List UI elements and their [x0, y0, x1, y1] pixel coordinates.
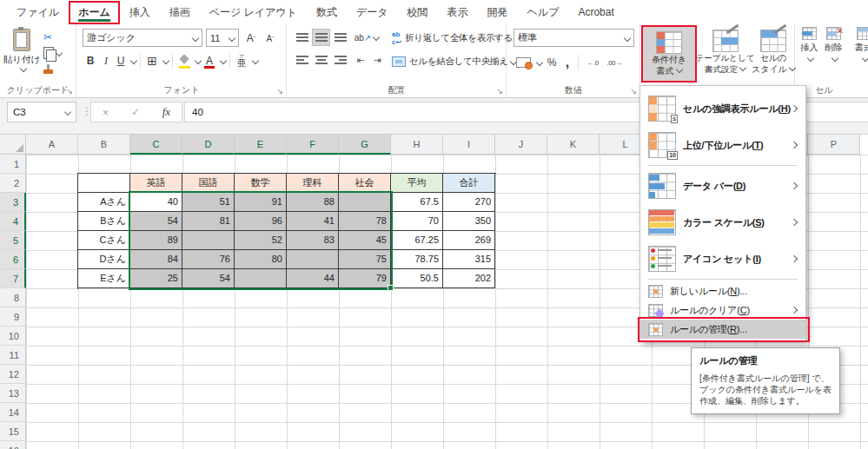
- cell-name-Bさん[interactable]: Bさん: [78, 212, 130, 231]
- cell-E4[interactable]: 96: [235, 212, 287, 231]
- column-header-C[interactable]: C: [130, 135, 182, 155]
- cell-G7[interactable]: 79: [339, 269, 391, 288]
- cell-D5[interactable]: [182, 231, 235, 250]
- row-header-7[interactable]: 7: [0, 269, 26, 288]
- menu-item-ルールのクリア[interactable]: ルールのクリア(C): [640, 300, 805, 320]
- paste-button[interactable]: 貼り付け: [3, 27, 41, 81]
- grow-font-button[interactable]: Aˆ: [242, 29, 260, 48]
- chevron-down-icon[interactable]: [252, 57, 259, 64]
- cell-F4[interactable]: 41: [287, 212, 339, 231]
- cancel-icon[interactable]: ×: [103, 106, 109, 119]
- cell-G5[interactable]: 45: [339, 231, 391, 250]
- cell-F5[interactable]: 83: [287, 231, 339, 250]
- row-header-8[interactable]: 8: [0, 288, 26, 307]
- column-header-B[interactable]: B: [78, 135, 130, 155]
- fill-color-button[interactable]: [176, 51, 192, 70]
- cell-H6[interactable]: 78.75: [391, 250, 443, 269]
- menu-item-アイコン セット[interactable]: アイコン セット(I): [640, 241, 805, 277]
- cell-F7[interactable]: 44: [287, 269, 339, 288]
- row-header-13[interactable]: 13: [0, 384, 26, 403]
- tab-開発[interactable]: 開発: [478, 1, 518, 24]
- decrease-indent-button[interactable]: ⇤: [354, 51, 368, 69]
- menu-item-ルールの管理[interactable]: ルールの管理(R)...: [640, 320, 805, 339]
- tab-数式[interactable]: 数式: [307, 1, 347, 24]
- cell-E7[interactable]: [235, 269, 287, 288]
- menu-item-データ バー[interactable]: データ バー(D): [640, 168, 805, 204]
- cell-G6[interactable]: 75: [339, 250, 391, 269]
- copy-button[interactable]: [43, 45, 73, 61]
- table-header-平均[interactable]: 平均: [391, 174, 443, 193]
- align-top-button[interactable]: [293, 29, 311, 46]
- row-header-16[interactable]: 16: [0, 441, 26, 449]
- wrap-text-button[interactable]: abc↩ 折り返して全体を表示する: [392, 30, 513, 46]
- cell-H3[interactable]: 67.5: [391, 193, 443, 212]
- cell-name-Eさん[interactable]: Eさん: [78, 269, 130, 288]
- increase-indent-button[interactable]: ⇥: [370, 51, 384, 69]
- percent-style-button[interactable]: %: [544, 53, 560, 72]
- enter-icon[interactable]: ✓: [131, 106, 140, 118]
- number-dialog-launcher[interactable]: ↘: [630, 88, 637, 96]
- tab-表示[interactable]: 表示: [438, 1, 478, 24]
- cell-F6[interactable]: [287, 250, 339, 269]
- tab-ページ レイアウト[interactable]: ページ レイアウト: [200, 1, 307, 24]
- tab-Acrobat[interactable]: Acrobat: [568, 2, 623, 23]
- cell-H4[interactable]: 70: [391, 212, 443, 231]
- cell-I4[interactable]: 350: [443, 212, 495, 231]
- align-right-button[interactable]: [331, 51, 349, 69]
- table-header-合計[interactable]: 合計: [443, 174, 495, 193]
- fill-handle[interactable]: [388, 285, 394, 291]
- delete-cells-button[interactable]: ✕ 削除: [822, 27, 845, 61]
- font-dialog-launcher[interactable]: ↘: [276, 88, 283, 96]
- tab-挿入[interactable]: 挿入: [120, 1, 160, 24]
- insert-function-icon[interactable]: fx: [162, 105, 170, 119]
- column-header-F[interactable]: F: [287, 135, 339, 155]
- menu-item-カラー スケール[interactable]: カラー スケール(S): [640, 204, 805, 241]
- column-header-K[interactable]: K: [547, 135, 600, 155]
- number-format-combobox[interactable]: 標準: [514, 29, 634, 47]
- name-box[interactable]: C3: [7, 102, 76, 122]
- column-header-G[interactable]: G: [339, 135, 391, 155]
- select-all-corner[interactable]: [0, 135, 26, 155]
- menu-item-上位/下位ルール[interactable]: ↑10上位/下位ルール(T): [640, 127, 805, 163]
- row-header-14[interactable]: 14: [0, 403, 26, 422]
- tab-校閲[interactable]: 校閲: [398, 1, 438, 24]
- cell-E3[interactable]: 91: [235, 193, 287, 212]
- tab-ヘルプ[interactable]: ヘルプ: [518, 1, 569, 24]
- column-header-A[interactable]: A: [26, 135, 78, 155]
- cell-G4[interactable]: 78: [339, 212, 391, 231]
- insert-cells-button[interactable]: ← 挿入: [798, 27, 821, 61]
- orientation-button[interactable]: ab↗: [354, 29, 380, 46]
- row-header-9[interactable]: 9: [0, 307, 26, 327]
- cell-H7[interactable]: 50.5: [391, 269, 443, 288]
- row-header-10[interactable]: 10: [0, 327, 26, 346]
- font-size-combobox[interactable]: 11: [206, 29, 239, 47]
- align-center-button[interactable]: [312, 51, 330, 69]
- table-header-英語[interactable]: 英語: [130, 174, 182, 193]
- cell-I7[interactable]: 202: [443, 269, 495, 288]
- borders-button[interactable]: ⊞: [144, 51, 160, 70]
- tab-データ[interactable]: データ: [347, 1, 398, 24]
- column-header-H[interactable]: H: [391, 135, 443, 155]
- row-header-4[interactable]: 4: [0, 212, 26, 231]
- cell-C6[interactable]: 84: [130, 250, 182, 269]
- chevron-down-icon[interactable]: [536, 59, 543, 66]
- cell-C4[interactable]: 54: [130, 212, 182, 231]
- decrease-decimal-button[interactable]: .00→: [604, 53, 625, 72]
- cell-B2[interactable]: [78, 174, 130, 193]
- cut-button[interactable]: ✂: [43, 30, 73, 45]
- cell-I5[interactable]: 269: [443, 231, 495, 250]
- row-header-2[interactable]: 2: [0, 174, 26, 193]
- accounting-format-button[interactable]: [514, 53, 533, 72]
- align-bottom-button[interactable]: [331, 29, 349, 46]
- alignment-dialog-launcher[interactable]: ↘: [496, 88, 503, 96]
- conditional-formatting-button[interactable]: 条件付き 書式: [641, 25, 697, 83]
- cell-C3[interactable]: 40: [130, 193, 182, 212]
- column-header-E[interactable]: E: [235, 135, 287, 155]
- cell-styles-button[interactable]: セルの スタイル: [752, 25, 794, 83]
- font-color-button[interactable]: A: [202, 51, 217, 70]
- align-middle-button[interactable]: [312, 29, 330, 46]
- format-cells-button[interactable]: 書式: [846, 27, 868, 61]
- cell-C5[interactable]: 89: [130, 231, 182, 250]
- cell-D4[interactable]: 81: [182, 212, 235, 231]
- cell-E6[interactable]: 80: [235, 250, 287, 269]
